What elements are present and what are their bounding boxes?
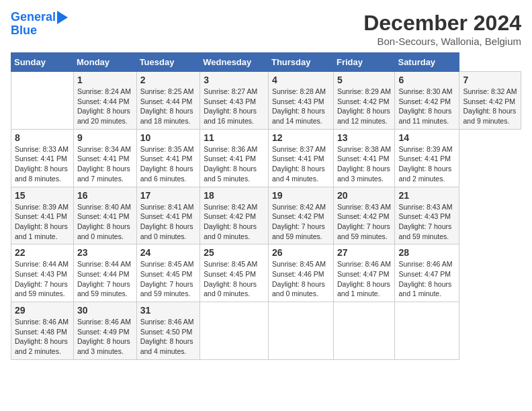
day-number: 24: [140, 247, 197, 258]
header-wednesday: Wednesday: [200, 53, 269, 72]
header-thursday: Thursday: [268, 53, 333, 72]
day-cell: 29 Sunrise: 8:46 AM Sunset: 4:48 PM Dayl…: [11, 302, 74, 360]
header-saturday: Saturday: [395, 53, 459, 72]
day-cell: 3 Sunrise: 8:27 AM Sunset: 4:43 PM Dayli…: [200, 72, 269, 130]
logo-text2: Blue: [11, 24, 37, 38]
day-info: Sunrise: 8:46 AM Sunset: 4:48 PM Dayligh…: [15, 317, 70, 357]
day-cell: 20 Sunrise: 8:43 AM Sunset: 4:42 PM Dayl…: [333, 187, 394, 244]
day-info: Sunrise: 8:44 AM Sunset: 4:43 PM Dayligh…: [15, 259, 70, 299]
day-number: 11: [204, 132, 265, 143]
day-info: Sunrise: 8:35 AM Sunset: 4:41 PM Dayligh…: [140, 144, 197, 184]
header-sunday: Sunday: [11, 53, 74, 72]
day-info: Sunrise: 8:45 AM Sunset: 4:46 PM Dayligh…: [272, 259, 330, 299]
day-cell: [333, 302, 394, 360]
day-number: 8: [15, 132, 70, 143]
day-cell: 14 Sunrise: 8:39 AM Sunset: 4:41 PM Dayl…: [395, 129, 459, 187]
day-number: 10: [140, 132, 197, 143]
day-info: Sunrise: 8:38 AM Sunset: 4:41 PM Dayligh…: [337, 144, 391, 184]
day-number: 2: [140, 75, 197, 85]
day-cell: 8 Sunrise: 8:33 AM Sunset: 4:41 PM Dayli…: [11, 129, 74, 187]
day-cell: 12 Sunrise: 8:37 AM Sunset: 4:41 PM Dayl…: [268, 129, 333, 187]
day-cell: 7 Sunrise: 8:32 AM Sunset: 4:42 PM Dayli…: [459, 72, 521, 130]
day-cell: 31 Sunrise: 8:46 AM Sunset: 4:50 PM Dayl…: [136, 302, 200, 360]
day-number: 20: [337, 190, 391, 201]
day-cell: 24 Sunrise: 8:45 AM Sunset: 4:45 PM Dayl…: [136, 244, 200, 302]
day-number: 5: [337, 75, 391, 85]
calendar-body: 1 Sunrise: 8:24 AM Sunset: 4:44 PM Dayli…: [11, 72, 521, 360]
day-number: 21: [398, 190, 455, 201]
calendar-header-row: SundayMondayTuesdayWednesdayThursdayFrid…: [11, 53, 521, 72]
day-info: Sunrise: 8:45 AM Sunset: 4:45 PM Dayligh…: [140, 259, 197, 299]
day-cell: 30 Sunrise: 8:46 AM Sunset: 4:49 PM Dayl…: [73, 302, 136, 360]
week-row-4: 29 Sunrise: 8:46 AM Sunset: 4:48 PM Dayl…: [11, 302, 521, 360]
header-tuesday: Tuesday: [136, 53, 200, 72]
day-number: 17: [140, 190, 197, 201]
day-cell: 25 Sunrise: 8:45 AM Sunset: 4:45 PM Dayl…: [200, 244, 269, 302]
day-cell: 22 Sunrise: 8:44 AM Sunset: 4:43 PM Dayl…: [11, 244, 74, 302]
day-cell: 9 Sunrise: 8:34 AM Sunset: 4:41 PM Dayli…: [73, 129, 136, 187]
day-number: 15: [15, 190, 70, 201]
day-number: 29: [15, 305, 70, 316]
day-number: 9: [77, 132, 133, 143]
calendar-table: SundayMondayTuesdayWednesdayThursdayFrid…: [11, 52, 521, 360]
day-cell: 13 Sunrise: 8:38 AM Sunset: 4:41 PM Dayl…: [333, 129, 394, 187]
day-info: Sunrise: 8:32 AM Sunset: 4:42 PM Dayligh…: [463, 87, 517, 126]
day-info: Sunrise: 8:46 AM Sunset: 4:49 PM Dayligh…: [77, 317, 133, 357]
day-number: 16: [77, 190, 133, 201]
day-number: 6: [398, 75, 455, 85]
day-cell: [11, 72, 74, 130]
day-number: 30: [77, 305, 133, 316]
day-number: 14: [398, 132, 455, 143]
title-block: December 2024 Bon-Secours, Wallonia, Bel…: [363, 11, 521, 47]
logo: General Blue: [11, 11, 68, 38]
day-info: Sunrise: 8:34 AM Sunset: 4:41 PM Dayligh…: [77, 144, 133, 184]
day-info: Sunrise: 8:37 AM Sunset: 4:41 PM Dayligh…: [272, 144, 330, 184]
logo-arrow-icon: [57, 11, 68, 24]
week-row-3: 22 Sunrise: 8:44 AM Sunset: 4:43 PM Dayl…: [11, 244, 521, 302]
day-info: Sunrise: 8:46 AM Sunset: 4:47 PM Dayligh…: [337, 259, 391, 299]
week-row-2: 15 Sunrise: 8:39 AM Sunset: 4:41 PM Dayl…: [11, 187, 521, 244]
day-cell: 11 Sunrise: 8:36 AM Sunset: 4:41 PM Dayl…: [200, 129, 269, 187]
day-cell: [395, 302, 459, 360]
day-number: 26: [272, 247, 330, 258]
day-number: 31: [140, 305, 197, 316]
day-cell: 10 Sunrise: 8:35 AM Sunset: 4:41 PM Dayl…: [136, 129, 200, 187]
day-number: 13: [337, 132, 391, 143]
day-number: 19: [272, 190, 330, 201]
day-number: 1: [77, 75, 133, 85]
week-row-0: 1 Sunrise: 8:24 AM Sunset: 4:44 PM Dayli…: [11, 72, 521, 130]
day-number: 22: [15, 247, 70, 258]
day-number: 28: [398, 247, 455, 258]
day-info: Sunrise: 8:44 AM Sunset: 4:44 PM Dayligh…: [77, 259, 133, 299]
day-cell: [268, 302, 333, 360]
day-cell: 4 Sunrise: 8:28 AM Sunset: 4:43 PM Dayli…: [268, 72, 333, 130]
day-cell: 26 Sunrise: 8:45 AM Sunset: 4:46 PM Dayl…: [268, 244, 333, 302]
day-info: Sunrise: 8:45 AM Sunset: 4:45 PM Dayligh…: [204, 259, 265, 299]
day-number: 25: [204, 247, 265, 258]
day-info: Sunrise: 8:30 AM Sunset: 4:42 PM Dayligh…: [398, 87, 455, 126]
day-info: Sunrise: 8:42 AM Sunset: 4:42 PM Dayligh…: [204, 202, 265, 242]
month-title: December 2024: [363, 11, 521, 36]
day-info: Sunrise: 8:25 AM Sunset: 4:44 PM Dayligh…: [140, 87, 197, 126]
header-friday: Friday: [333, 53, 394, 72]
day-info: Sunrise: 8:39 AM Sunset: 4:41 PM Dayligh…: [15, 202, 70, 242]
day-number: 12: [272, 132, 330, 143]
day-number: 3: [204, 75, 265, 85]
week-row-1: 8 Sunrise: 8:33 AM Sunset: 4:41 PM Dayli…: [11, 129, 521, 187]
day-info: Sunrise: 8:39 AM Sunset: 4:41 PM Dayligh…: [398, 144, 455, 184]
day-cell: 1 Sunrise: 8:24 AM Sunset: 4:44 PM Dayli…: [73, 72, 136, 130]
day-cell: 2 Sunrise: 8:25 AM Sunset: 4:44 PM Dayli…: [136, 72, 200, 130]
day-info: Sunrise: 8:24 AM Sunset: 4:44 PM Dayligh…: [77, 87, 133, 126]
day-info: Sunrise: 8:36 AM Sunset: 4:41 PM Dayligh…: [204, 144, 265, 184]
day-cell: 28 Sunrise: 8:46 AM Sunset: 4:47 PM Dayl…: [395, 244, 459, 302]
day-info: Sunrise: 8:41 AM Sunset: 4:41 PM Dayligh…: [140, 202, 197, 242]
day-number: 18: [204, 190, 265, 201]
header-monday: Monday: [73, 53, 136, 72]
day-cell: 27 Sunrise: 8:46 AM Sunset: 4:47 PM Dayl…: [333, 244, 394, 302]
day-cell: 17 Sunrise: 8:41 AM Sunset: 4:41 PM Dayl…: [136, 187, 200, 244]
day-info: Sunrise: 8:43 AM Sunset: 4:43 PM Dayligh…: [398, 202, 455, 242]
day-number: 7: [463, 75, 517, 85]
day-cell: 16 Sunrise: 8:40 AM Sunset: 4:41 PM Dayl…: [73, 187, 136, 244]
day-cell: 18 Sunrise: 8:42 AM Sunset: 4:42 PM Dayl…: [200, 187, 269, 244]
day-cell: 21 Sunrise: 8:43 AM Sunset: 4:43 PM Dayl…: [395, 187, 459, 244]
